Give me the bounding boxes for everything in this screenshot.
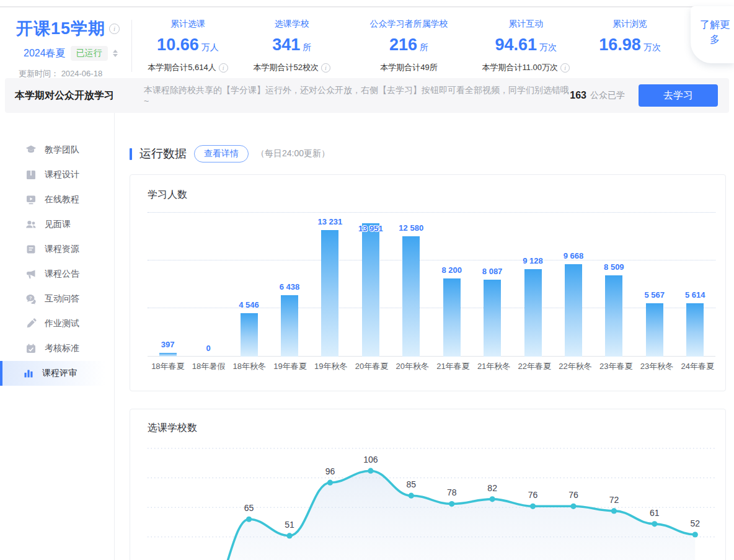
page-top-divider xyxy=(0,0,734,7)
stat-sub: 本学期合计5,614人i xyxy=(136,62,240,73)
point-value-label: 65 xyxy=(244,503,254,513)
sidebar-item-course-resources[interactable]: 课程资源 xyxy=(0,237,114,262)
semester-sort-caret[interactable] xyxy=(113,50,118,57)
sidebar-item-course-review[interactable]: 课程评审 xyxy=(0,361,114,386)
stat-label: 累计浏览 xyxy=(578,19,682,30)
public-learner-count: 163 xyxy=(570,90,586,101)
x-axis-label: 22年秋冬 xyxy=(555,361,596,372)
point-value-label: 52 xyxy=(690,518,700,528)
sidebar-item-qa[interactable]: ?互动问答 xyxy=(0,287,114,311)
section-title: 运行数据 xyxy=(139,146,187,162)
course-title-block: 开课15学期 i 2024春夏 已运行 更新时间： 2024-06-18 xyxy=(16,17,123,72)
sidebar-item-label: 课程评审 xyxy=(42,368,77,379)
view-details-button[interactable]: 查看详情 xyxy=(194,145,249,162)
gridline xyxy=(148,212,715,213)
bar xyxy=(484,280,501,357)
point-value-label: 96 xyxy=(325,466,335,476)
bar-value-label: 5 614 xyxy=(685,290,705,300)
bar xyxy=(241,313,258,357)
x-axis-label: 21年春夏 xyxy=(433,361,474,372)
info-icon[interactable]: i xyxy=(109,24,120,34)
sidebar-item-online-course[interactable]: 在线教程 xyxy=(0,187,114,212)
point-value-label: 72 xyxy=(609,495,619,505)
section-update-note: （每日24:00更新） xyxy=(256,148,330,159)
point-value-label: 76 xyxy=(528,490,538,500)
graduation-cap-icon xyxy=(25,144,37,156)
data-point xyxy=(246,517,252,522)
stat-3: 累计互动94.61万次本学期合计11.00万次i xyxy=(474,19,578,72)
stat-unit: 所 xyxy=(420,42,428,52)
point-value-label: 76 xyxy=(568,490,578,500)
bar xyxy=(321,230,338,357)
info-icon[interactable]: i xyxy=(321,63,330,73)
bar-column: 5 567 xyxy=(634,213,674,357)
section-accent-bar xyxy=(130,148,132,160)
bar-value-label: 9 668 xyxy=(564,251,584,260)
bar xyxy=(443,278,461,357)
stat-label: 累计选课 xyxy=(136,19,240,30)
point-value-label: 106 xyxy=(363,455,378,464)
bar xyxy=(281,295,298,357)
stat-unit: 万次 xyxy=(539,42,557,52)
megaphone-icon xyxy=(25,269,37,280)
info-icon[interactable]: i xyxy=(560,63,570,73)
sidebar-item-assessment-standard[interactable]: 考核标准 xyxy=(0,336,114,361)
data-point xyxy=(490,496,495,502)
bar xyxy=(402,236,420,357)
data-point xyxy=(449,501,454,507)
sidebar-item-label: 在线教程 xyxy=(45,194,79,205)
bar-column: 397 xyxy=(148,213,188,357)
update-time-value: 2024-06-18 xyxy=(61,69,103,78)
sidebar-item-course-design[interactable]: 课程设计 xyxy=(0,162,114,187)
go-study-button[interactable]: 去学习 xyxy=(639,84,718,107)
bar-value-label: 13 231 xyxy=(318,217,343,226)
stat-4: 累计浏览16.98万次 xyxy=(578,19,682,72)
bar-column: 8 509 xyxy=(594,213,634,357)
sidebar-item-meeting-class[interactable]: 见面课 xyxy=(0,212,114,237)
bar-column: 13 951 xyxy=(350,213,391,357)
stat-label: 公众学习者所属学校 xyxy=(344,19,474,30)
bar xyxy=(605,275,622,357)
sidebar-item-label: 互动问答 xyxy=(45,293,79,304)
bar-chart-x-axis: 18年春夏18年暑假18年秋冬19年春夏19年秋冬20年春夏20年秋冬21年春夏… xyxy=(148,361,718,372)
bar-value-label: 5 567 xyxy=(644,290,665,300)
bar xyxy=(686,303,704,357)
sidebar-item-course-announcement[interactable]: 课程公告 xyxy=(0,262,114,287)
learn-more-button[interactable]: 了解更多 xyxy=(691,6,734,63)
x-axis-label: 23年秋冬 xyxy=(637,361,678,372)
bar-value-label: 8 509 xyxy=(604,262,624,272)
bar-value-label: 0 xyxy=(206,344,211,353)
stat-sub: 本学期合计52校次i xyxy=(240,62,344,73)
stat-1: 选课学校341所本学期合计52校次i xyxy=(240,19,344,72)
stat-value: 94.61 xyxy=(495,35,537,54)
stat-label: 选课学校 xyxy=(240,19,344,30)
sidebar-item-teaching-team[interactable]: 教学团队 xyxy=(0,138,114,162)
x-axis-label: 22年春夏 xyxy=(514,361,555,372)
sidebar-nav: 教学团队课程设计在线教程见面课课程资源课程公告?互动问答作业测试考核标准课程评审 xyxy=(0,113,115,560)
video-player-icon xyxy=(25,194,37,205)
line-chart-title: 选课学校数 xyxy=(148,422,718,435)
bar-value-label: 13 951 xyxy=(358,224,383,233)
line-area-fill xyxy=(208,471,695,560)
data-point xyxy=(409,493,414,499)
line-chart-plot: 6551961068578827676726152 xyxy=(148,441,715,560)
x-axis-label: 20年秋冬 xyxy=(392,361,433,372)
sidebar-item-label: 考核标准 xyxy=(45,343,79,354)
semester-label[interactable]: 2024春夏 xyxy=(24,47,66,60)
stat-label: 累计互动 xyxy=(474,19,578,30)
data-point xyxy=(286,533,292,538)
x-axis-label: 19年春夏 xyxy=(270,361,311,372)
info-icon[interactable]: i xyxy=(219,63,228,73)
bar xyxy=(565,264,582,357)
bar-value-label: 397 xyxy=(161,340,175,349)
point-value-label: 51 xyxy=(285,520,294,530)
stat-value: 216 xyxy=(389,35,417,54)
stat-value: 341 xyxy=(272,35,300,54)
bar-value-label: 6 438 xyxy=(280,282,300,291)
banner-title: 本学期对公众开放学习 xyxy=(15,89,144,102)
bar-value-label: 12 580 xyxy=(399,223,423,233)
bar-column: 0 xyxy=(188,213,228,357)
sidebar-item-homework-test[interactable]: 作业测试 xyxy=(0,311,114,336)
x-axis-label: 18年暑假 xyxy=(188,361,229,372)
x-axis-label: 24年春夏 xyxy=(677,361,718,372)
